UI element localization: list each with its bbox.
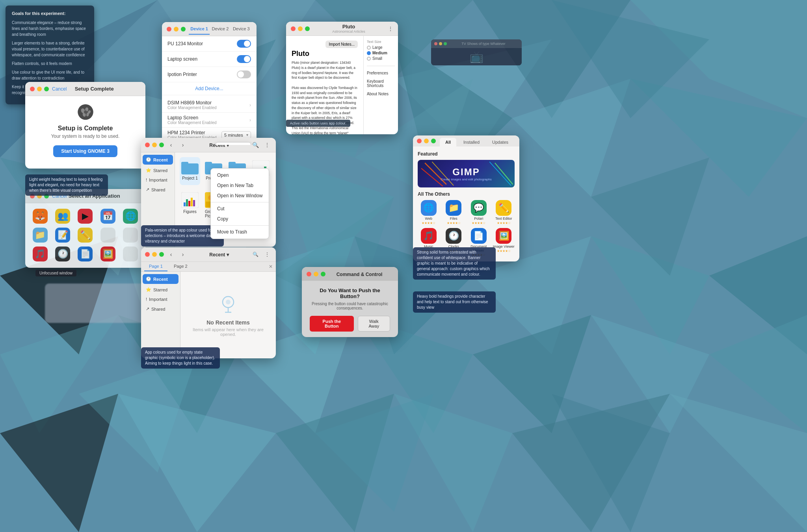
walk-away-btn[interactable]: Walk Away — [358, 316, 390, 332]
app-texteditor[interactable]: ✏️ Text Editor ★★★★☆ — [493, 200, 515, 225]
page-tab-1[interactable]: Page 1 — [144, 262, 167, 271]
featured-banner[interactable]: GIMP Create images and edit photographs — [418, 160, 515, 187]
dd-item-1[interactable]: 1 minute — [216, 143, 251, 145]
ctx-cut[interactable]: Cut — [211, 204, 269, 214]
sidebar-shared[interactable]: ↗ Shared — [143, 185, 173, 195]
files-bottom-min[interactable] — [152, 252, 157, 257]
ctx-open[interactable]: Open — [211, 170, 269, 180]
pluto-titlebar: Pluto Astronomical Articles ⋮ — [286, 22, 398, 36]
app-web[interactable]: 🌐 — [121, 209, 140, 224]
device-tab-1[interactable]: Device 1 — [189, 24, 210, 35]
ctx-open-window[interactable]: Open in New Window — [211, 191, 269, 201]
files-b-menu[interactable]: ⋮ — [262, 250, 272, 259]
app-clocks[interactable]: 🕐 — [53, 247, 72, 261]
import-notes-btn[interactable]: Import Notes... — [325, 41, 358, 48]
page-tab-2[interactable]: Page 2 — [169, 262, 192, 271]
app-videos[interactable]: ▶ — [76, 209, 95, 224]
app-users[interactable]: 👥 — [53, 209, 72, 224]
about-notes-btn[interactable]: About Notes — [367, 91, 395, 97]
sidebar-recent[interactable]: 🕐 Recent — [143, 155, 173, 165]
appstore-tab-updates[interactable]: Updates — [487, 138, 514, 146]
app-docviewer[interactable]: 📄 — [76, 247, 95, 261]
files-b-fwd[interactable]: › — [178, 250, 188, 259]
pluto-min[interactable] — [298, 26, 303, 31]
keyboard-shortcuts-btn[interactable]: Keyboard Shortcuts — [367, 78, 395, 89]
files-b-back[interactable]: ‹ — [166, 250, 176, 259]
appstore-max[interactable] — [431, 139, 436, 143]
pluto-max[interactable] — [305, 26, 310, 31]
sidebar-important[interactable]: ! Important — [143, 175, 173, 185]
files-bottom-close[interactable] — [145, 252, 150, 257]
device-toggle-2[interactable] — [237, 55, 251, 63]
files-top-max[interactable] — [159, 143, 164, 147]
files-b-search[interactable]: 🔍 — [251, 250, 260, 259]
file-figures[interactable]: Figures — [180, 189, 200, 221]
setup-max-btn[interactable] — [44, 87, 49, 91]
sidebar-b-starred[interactable]: ⭐ Starred — [143, 285, 179, 295]
radio-small[interactable] — [367, 57, 371, 61]
app-imgviewer[interactable]: 🖼️ — [99, 247, 117, 261]
size-large[interactable]: Large — [367, 45, 395, 50]
device-max-btn[interactable] — [181, 27, 186, 32]
setup-close-btn[interactable] — [30, 87, 35, 91]
files-top-min[interactable] — [152, 143, 157, 147]
app-firefox[interactable]: 🦊 — [31, 209, 49, 224]
appstore-close[interactable] — [417, 139, 422, 143]
files-fwd-btn[interactable]: › — [178, 140, 188, 150]
start-gnome-btn[interactable]: Start Using GNOME 3 — [53, 145, 117, 157]
app-music[interactable]: 🎵 — [31, 247, 49, 261]
radio-medium[interactable] — [367, 51, 371, 55]
files-search-btn[interactable]: 🔍 — [251, 140, 260, 150]
device-toggle-1[interactable] — [237, 40, 251, 48]
device-item-2[interactable]: Laptop Screen Color Management Enabled › — [162, 113, 257, 128]
cmd-max[interactable] — [321, 272, 325, 276]
ctx-open-tab[interactable]: Open in New Tab — [211, 180, 269, 191]
app-web[interactable]: 🌐 Web ★★★★☆ — [418, 200, 440, 225]
sidebar-b-shared[interactable]: ↗ Shared — [143, 304, 179, 314]
app-files[interactable]: 📁 — [31, 228, 49, 243]
app-imgview-as[interactable]: 🖼️ Image Viewer ★★★★☆ — [493, 228, 515, 257]
app-polari[interactable]: 💬 Polari ★★★★☆ — [468, 200, 490, 225]
files-bottom-max[interactable] — [159, 252, 164, 257]
sidebar-b-important[interactable]: ! Important — [143, 295, 179, 304]
sidebar-b-recent[interactable]: 🕐 Recent — [143, 274, 179, 284]
setup-min-btn[interactable] — [37, 87, 42, 91]
appstore-tab-all[interactable]: All — [440, 138, 456, 146]
device-tab-3[interactable]: Device 3 — [231, 24, 252, 35]
appstore-tab-installed[interactable]: Installed — [458, 138, 485, 146]
files-b-path[interactable]: Recent ▾ — [209, 252, 229, 258]
device-min-btn[interactable] — [174, 27, 179, 32]
app-calendar[interactable]: 📅 — [99, 209, 117, 224]
ctx-trash[interactable]: Move to Trash — [211, 227, 269, 237]
add-device-btn[interactable]: Add Device... — [162, 82, 257, 95]
pluto-overflow-btn[interactable]: ⋮ — [388, 26, 393, 32]
app-docs[interactable]: 📝 — [53, 228, 72, 243]
empty-state-icon — [217, 293, 239, 315]
pluto-close[interactable] — [291, 26, 296, 31]
cmd-min[interactable] — [314, 272, 318, 276]
files-top-close[interactable] — [145, 143, 150, 147]
preferences-btn[interactable]: Preferences — [367, 70, 395, 76]
sidebar-starred[interactable]: ⭐ Starred — [143, 165, 173, 175]
files-menu-btn[interactable]: ⋮ — [262, 140, 272, 150]
files-back-btn[interactable]: ‹ — [166, 140, 176, 150]
radio-large[interactable] — [367, 46, 371, 50]
app-files[interactable]: 📁 Files ★★★★☆ — [443, 200, 465, 225]
ctx-copy[interactable]: Copy — [211, 214, 269, 224]
device-item-1[interactable]: DSIM H8869 Monitor Color Management Enab… — [162, 98, 257, 113]
size-medium[interactable]: Medium — [367, 51, 395, 55]
close-tab-btn[interactable]: ✕ — [269, 264, 273, 269]
appstore-min[interactable] — [424, 139, 429, 143]
file-project1[interactable]: Project 1 — [180, 157, 200, 185]
size-small[interactable]: Small — [367, 56, 395, 61]
device-close-btn[interactable] — [167, 27, 171, 32]
push-button-btn[interactable]: Push the Button — [310, 316, 354, 332]
device-tab-2[interactable]: Device 2 — [210, 24, 231, 35]
notes-item-2: Larger elements to have a strong, defini… — [12, 40, 88, 58]
blurred-overlay-window — [45, 284, 145, 323]
printer-dropdown-menu[interactable]: 1 minute 2 minutes 5 minutes 10 minutes … — [216, 142, 251, 145]
device-toggle-3[interactable] — [237, 70, 251, 78]
setup-cancel-btn[interactable]: Cancel — [52, 86, 67, 92]
cmd-close[interactable] — [307, 272, 311, 276]
app-editor[interactable]: ✏️ — [76, 228, 95, 243]
